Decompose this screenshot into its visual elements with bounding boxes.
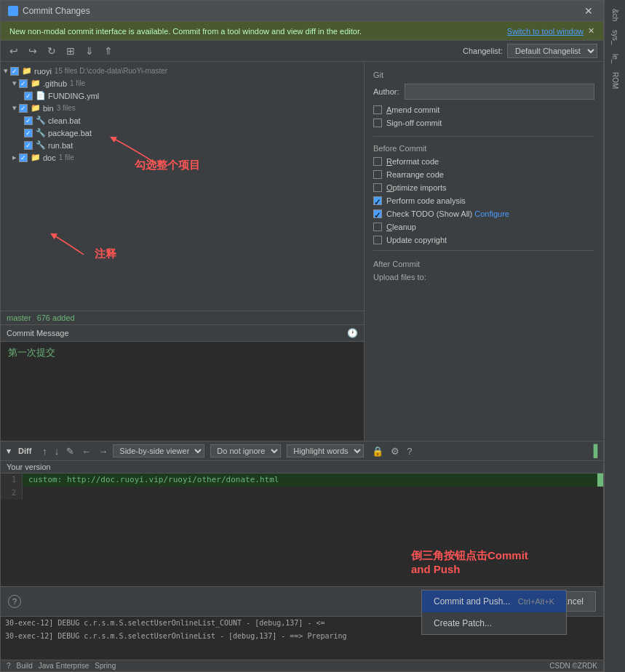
diff-down-button[interactable]: ↓ bbox=[52, 445, 62, 457]
ribbon-item-ch[interactable]: &ch bbox=[610, 6, 621, 24]
toolbar: ↩ ↪ ↻ ⊞ ⇓ ⇑ Changelist: Default Changeli… bbox=[1, 41, 603, 62]
changelist-label: Changelist: bbox=[463, 47, 503, 55]
gear-icon[interactable]: ⚙ bbox=[389, 445, 402, 457]
move-up-button[interactable]: ⇑ bbox=[101, 44, 116, 58]
tree-detail-doc: 1 file bbox=[59, 153, 74, 161]
diff-prev-button[interactable]: ← bbox=[79, 445, 93, 457]
diff-label: Diff bbox=[18, 447, 31, 455]
spring-label[interactable]: Spring bbox=[95, 662, 116, 670]
info-message: New non-modal commit interface is availa… bbox=[9, 27, 362, 36]
dropdown-item-commit-push[interactable]: Commit and Push... Ctrl+Alt+K bbox=[422, 591, 566, 612]
check-todo-row: ✓ Check TODO (Show All) Configure bbox=[373, 209, 594, 218]
rearrange-code-row: Rearrange code bbox=[373, 170, 594, 179]
perform-analysis-label: Perform code analysis bbox=[386, 196, 466, 205]
diff-content: 1 custom: http://doc.ruoyi.vip/ruoyi/oth… bbox=[1, 473, 603, 586]
title-bar: Commit Changes ✕ bbox=[1, 1, 603, 22]
diff-edit-button[interactable]: ✎ bbox=[64, 445, 76, 457]
ribbon-item-rom[interactable]: ROM bbox=[610, 69, 621, 92]
commit-message-clock-icon[interactable]: 🕐 bbox=[347, 328, 358, 338]
bat-icon-clean: 🔧 bbox=[36, 116, 46, 125]
refresh-button[interactable]: ↻ bbox=[44, 44, 59, 58]
java-label[interactable]: Java Enterprise bbox=[39, 662, 89, 670]
info-bar: New non-modal commit interface is availa… bbox=[1, 22, 603, 41]
tree-item-clean[interactable]: ✓ 🔧 clean.bat bbox=[1, 114, 364, 127]
help-button[interactable]: ? bbox=[8, 595, 21, 608]
checkbox-clean[interactable]: ✓ bbox=[24, 116, 33, 125]
diff-highlight-select[interactable]: Highlight words bbox=[287, 444, 364, 457]
check-todo-checkbox[interactable]: ✓ bbox=[373, 209, 382, 218]
build-label[interactable]: Build bbox=[17, 662, 33, 670]
git-section-title: Git bbox=[373, 71, 594, 79]
checkbox-doc[interactable]: ✓ bbox=[19, 153, 28, 162]
checkbox-package[interactable]: ✓ bbox=[24, 129, 33, 137]
cleanup-label: Cleanup bbox=[386, 223, 416, 231]
cleanup-checkbox[interactable] bbox=[373, 223, 382, 231]
reformat-checkbox[interactable] bbox=[373, 157, 382, 166]
move-down-button[interactable]: ⇓ bbox=[82, 44, 97, 58]
layout-button[interactable]: ⊞ bbox=[63, 44, 78, 58]
divider-1 bbox=[373, 136, 594, 137]
diff-next-button[interactable]: → bbox=[96, 445, 110, 457]
before-commit-section: Before Commit Reformat code Rearrange co… bbox=[373, 144, 594, 244]
tree-item-ruoyi[interactable]: ▾ ✓ 📁 ruoyi 15 files D:\code-data\RuoYi-… bbox=[1, 65, 364, 77]
diff-collapse-arrow[interactable]: ▾ bbox=[7, 447, 11, 456]
diff-change-bar-1 bbox=[597, 473, 603, 487]
author-label: Author: bbox=[373, 87, 399, 96]
checkbox-github[interactable]: ✓ bbox=[19, 79, 28, 88]
redo-button[interactable]: ↪ bbox=[25, 44, 40, 58]
diff-line-content-2 bbox=[23, 487, 603, 500]
rearrange-checkbox[interactable] bbox=[373, 170, 382, 179]
diff-up-button[interactable]: ↑ bbox=[40, 445, 49, 457]
reformat-code-row: Reformat code bbox=[373, 157, 594, 166]
configure-link[interactable]: Configure bbox=[474, 209, 509, 218]
optimize-checkbox[interactable] bbox=[373, 183, 382, 192]
upload-label: Upload files to: bbox=[373, 273, 594, 281]
side-ribbon: &ch sys_ le_ ROM bbox=[604, 0, 625, 672]
tree-label-bin: bin bbox=[43, 104, 54, 113]
diff-help-button[interactable]: ? bbox=[405, 445, 414, 457]
close-button[interactable]: ✕ bbox=[581, 5, 596, 17]
lock-icon[interactable]: 🔒 bbox=[370, 445, 386, 457]
tree-item-run[interactable]: ✓ 🔧 run.bat bbox=[1, 139, 364, 151]
undo-button[interactable]: ↩ bbox=[7, 44, 21, 58]
sign-off-checkbox[interactable] bbox=[373, 119, 382, 127]
checkbox-run[interactable]: ✓ bbox=[24, 141, 33, 150]
bottom-status: ? Build Java Enterprise Spring CSDN ©ZRD… bbox=[1, 660, 603, 671]
checkbox-bin[interactable]: ✓ bbox=[19, 104, 28, 113]
ribbon-item-sys[interactable]: sys_ bbox=[610, 27, 621, 48]
diff-viewer-select[interactable]: Side-by-side viewer bbox=[113, 444, 204, 457]
switch-to-tool-window-button[interactable]: Switch to tool window bbox=[507, 27, 584, 36]
tree-item-github[interactable]: ▾ ✓ 📁 .github 1 file bbox=[1, 77, 364, 89]
amend-commit-label: Amend commit bbox=[386, 105, 439, 114]
author-input[interactable] bbox=[405, 84, 594, 100]
checkbox-funding[interactable]: ✓ bbox=[24, 92, 33, 100]
tree-label-clean: clean.bat bbox=[48, 116, 81, 125]
update-copyright-checkbox[interactable] bbox=[373, 236, 382, 244]
added-count: 676 added bbox=[37, 313, 75, 322]
expand-arrow-ruoyi: ▾ bbox=[4, 66, 8, 76]
branch-label: master bbox=[7, 313, 31, 322]
perform-analysis-checkbox[interactable]: ✓ bbox=[373, 196, 382, 205]
folder-icon-ruoyi: 📁 bbox=[22, 66, 32, 76]
sign-off-label: Sign-off commit bbox=[386, 119, 442, 127]
amend-commit-checkbox[interactable] bbox=[373, 105, 382, 114]
divider-2 bbox=[373, 250, 594, 251]
tree-status-bar: master 676 added bbox=[1, 311, 364, 324]
changelist-select[interactable]: Default Changelist bbox=[507, 44, 597, 58]
tree-item-package[interactable]: ✓ 🔧 package.bat bbox=[1, 127, 364, 139]
dropdown-menu: Commit and Push... Ctrl+Alt+K Create Pat… bbox=[421, 590, 567, 635]
commit-message-input[interactable]: 第一次提交 bbox=[1, 342, 364, 441]
dropdown-item-create-patch[interactable]: Create Patch... bbox=[422, 612, 566, 634]
diff-ignore-select[interactable]: Do not ignore bbox=[210, 444, 281, 457]
check-todo-label: Check TODO (Show All) Configure bbox=[386, 209, 509, 218]
info-bar-close[interactable]: ✕ bbox=[588, 26, 594, 36]
tree-item-funding[interactable]: ✓ 📄 FUNDING.yml bbox=[1, 89, 364, 102]
checkbox-ruoyi[interactable]: ✓ bbox=[10, 67, 19, 76]
diff-line-num-1: 1 bbox=[1, 473, 23, 487]
diff-version-label: Your version bbox=[1, 461, 603, 473]
tree-item-bin[interactable]: ▾ ✓ 📁 bin 3 files bbox=[1, 102, 364, 114]
ribbon-item-le[interactable]: le_ bbox=[610, 51, 621, 66]
tree-item-doc[interactable]: ▸ ✓ 📁 doc 1 file bbox=[1, 151, 364, 164]
git-section: Git Author: Amend commit Sign-off commit bbox=[373, 71, 594, 127]
main-content: ▾ ✓ 📁 ruoyi 15 files D:\code-data\RuoYi-… bbox=[1, 62, 603, 441]
